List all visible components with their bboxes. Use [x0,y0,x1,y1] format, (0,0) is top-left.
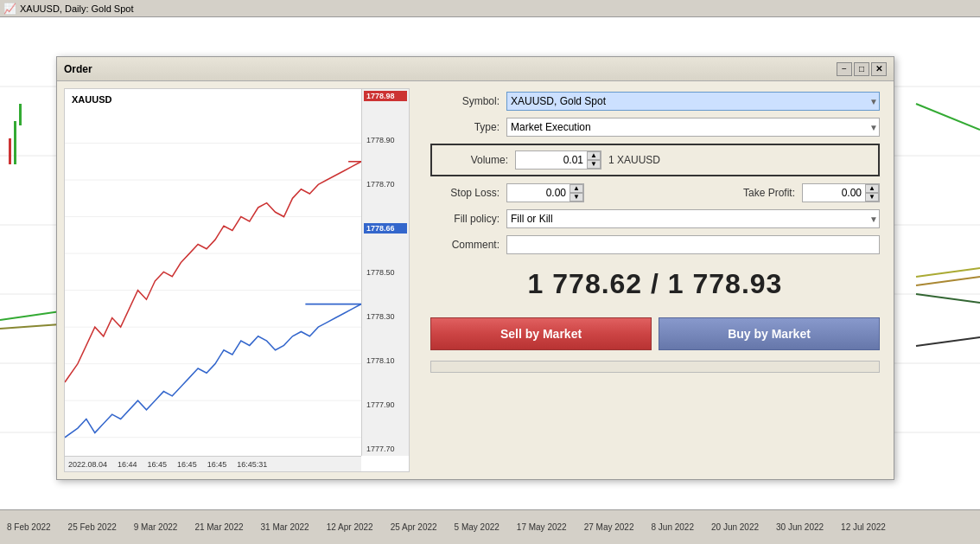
timestamp: 16:45 [177,460,197,469]
svg-rect-15 [14,121,16,164]
volume-unit: 1 XAUUSD [608,154,660,166]
timeline-date: 31 Mar 2022 [261,522,309,532]
order-dialog: Order − □ ✕ XAUUSD [56,56,894,480]
window-icon: 📈 [3,3,16,15]
volume-increment-button[interactable]: ▲ [587,151,601,160]
volume-spinner-buttons: ▲ ▼ [587,151,601,169]
type-label: Type: [430,121,500,133]
volume-spinner: ▲ ▼ [515,150,601,170]
price-label: 1778.70 [364,179,407,189]
price-label: 1778.10 [364,355,407,366]
timeline-date: 25 Feb 2022 [68,522,117,532]
stop-loss-label: Stop Loss: [430,187,500,199]
comment-input[interactable] [506,235,880,254]
timeline-date: 12 Apr 2022 [327,522,373,532]
timeline-date: 8 Jun 2022 [651,522,694,532]
price-separator: / [651,268,659,299]
dialog-content: XAUUSD [57,81,894,479]
price-high: 1778.98 [364,91,407,101]
take-profit-spinner-buttons: ▲ ▼ [865,184,879,202]
window-title: 📈 XAUUSD, Daily: Gold Spot [3,3,133,15]
timestamp: 16:45:31 [237,460,267,469]
stop-loss-decrement-button[interactable]: ▼ [570,193,583,202]
timeline-date: 5 May 2022 [455,522,500,532]
take-profit-spinner: ▲ ▼ [802,183,880,202]
type-select[interactable]: Market Execution [506,118,880,137]
volume-decrement-button[interactable]: ▼ [587,160,601,169]
price-label: 1778.30 [364,311,407,322]
timeline-date: 17 May 2022 [517,522,567,532]
action-buttons: Sell by Market Buy by Market [430,317,880,350]
minimize-button[interactable]: − [837,62,852,76]
chart-symbol-label: XAUUSD [72,94,111,105]
symbol-select[interactable]: XAUUSD, Gold Spot [506,92,880,111]
timeline-date: 20 Jun 2022 [711,522,759,532]
bottom-timeline: 8 Feb 2022 25 Feb 2022 9 Mar 2022 21 Mar… [0,509,980,544]
timestamp: 16:45 [148,460,168,469]
symbol-select-wrapper: XAUUSD, Gold Spot ▼ [506,92,880,111]
type-select-wrapper: Market Execution ▼ [506,118,880,137]
restore-button[interactable]: □ [854,62,869,76]
progress-bar [430,361,880,373]
dialog-controls: − □ ✕ [837,62,887,76]
price-label: 1778.90 [364,135,407,145]
timeline-date: 25 Apr 2022 [391,522,437,532]
timestamp: 16:45 [207,460,227,469]
symbol-row: Symbol: XAUUSD, Gold Spot ▼ [430,92,880,111]
bid-price: 1 778.62 [528,268,643,299]
comment-label: Comment: [430,239,500,251]
chart-panel: XAUUSD [64,88,410,472]
volume-row-wrapper: Volume: ▲ ▼ 1 XAUUSD [430,144,880,176]
comment-row: Comment: [430,235,880,254]
price-display: 1 778.62 / 1 778.93 [430,268,880,300]
take-profit-label: Take Profit: [717,187,795,199]
fill-policy-select-wrapper: Fill or Kill ▼ [506,209,880,228]
svg-rect-16 [19,104,22,125]
sl-tp-row: Stop Loss: ▲ ▼ Take Profit: ▲ ▼ [430,183,880,202]
price-label: 1778.50 [364,267,407,278]
ask-price: 1 778.93 [668,268,783,299]
timeline-date: 8 Feb 2022 [7,522,51,532]
dialog-titlebar: Order − □ ✕ [57,57,894,81]
timeline-date: 30 Jun 2022 [776,522,824,532]
close-button[interactable]: ✕ [871,62,887,76]
timeline-date: 21 Mar 2022 [194,522,243,532]
fill-policy-select[interactable]: Fill or Kill [506,209,880,228]
timestamp: 16:44 [118,460,137,469]
dialog-title: Order [64,63,837,75]
price-current: 1778.66 [364,223,407,234]
timeline-date: 9 Mar 2022 [134,522,178,532]
volume-label: Volume: [439,154,508,166]
sell-by-market-button[interactable]: Sell by Market [430,317,652,350]
timestamp: 2022.08.04 [68,460,107,469]
type-row: Type: Market Execution ▼ [430,118,880,137]
progress-bar-wrapper [430,361,880,373]
timeline-date: 27 May 2022 [584,522,634,532]
buy-by-market-button[interactable]: Buy by Market [659,317,880,350]
price-labels: 1778.98 1778.90 1778.70 1778.66 1778.50 … [361,89,409,456]
price-label: 1777.90 [364,400,407,410]
svg-rect-14 [9,138,11,164]
take-profit-increment-button[interactable]: ▲ [865,184,879,193]
timeline-date: 12 Jul 2022 [841,522,886,532]
top-bar: 📈 XAUUSD, Daily: Gold Spot [0,0,980,17]
stop-loss-increment-button[interactable]: ▲ [570,184,583,193]
price-label: 1777.70 [364,444,407,454]
chart-timestamps: 2022.08.04 16:44 16:45 16:45 16:45 16:45… [65,456,361,471]
form-panel: Symbol: XAUUSD, Gold Spot ▼ Type: Market… [417,81,894,479]
take-profit-decrement-button[interactable]: ▼ [865,193,879,202]
fill-policy-label: Fill policy: [430,213,500,225]
fill-policy-row: Fill policy: Fill or Kill ▼ [430,209,880,228]
stop-loss-spinner: ▲ ▼ [506,183,584,202]
stop-loss-spinner-buttons: ▲ ▼ [570,184,583,202]
symbol-label: Symbol: [430,95,500,107]
